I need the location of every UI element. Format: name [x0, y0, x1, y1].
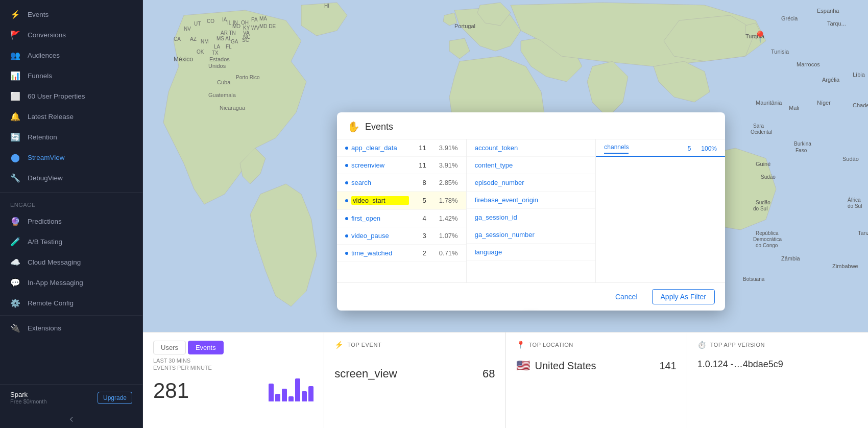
- spark-sub: Free $0/month: [10, 398, 47, 405]
- svg-text:AR TN: AR TN: [221, 30, 236, 36]
- svg-text:Níger: Níger: [817, 100, 831, 106]
- top-location-header: 📍 TOP LOCATION: [516, 341, 677, 349]
- sidebar-item-predictions[interactable]: 🔮 Predictions: [0, 211, 142, 231]
- event-pct: 2.85%: [432, 179, 458, 186]
- event-name: video_start: [351, 196, 409, 205]
- svg-text:África: África: [848, 197, 861, 203]
- sidebar-item-audiences[interactable]: 👥 Audiences: [0, 45, 142, 65]
- upgrade-button[interactable]: Upgrade: [98, 392, 132, 404]
- params-col: account_tokencontent_typeepisode_numberf…: [467, 139, 596, 282]
- modal-title: Events: [365, 122, 393, 132]
- apply-as-filter-button[interactable]: Apply As Filter: [652, 289, 715, 304]
- event-count: 5: [411, 197, 426, 204]
- event-count: 3: [411, 232, 426, 240]
- sidebar-item-label: Funnels: [28, 72, 52, 80]
- svg-text:Sudão: Sudão: [756, 200, 770, 205]
- svg-text:Sudão: Sudão: [842, 156, 859, 162]
- svg-text:Sudão: Sudão: [761, 174, 776, 180]
- sidebar-item-label: 60 User Properties: [28, 92, 85, 100]
- sidebar: ⚡ Events 🚩 Conversions 👥 Audiences 📊 Fun…: [0, 0, 143, 428]
- bar-1: [269, 384, 274, 401]
- sidebar-item-label: In-App Messaging: [28, 279, 83, 287]
- sidebar-item-label: Latest Release: [28, 113, 74, 121]
- sidebar-item-streamview[interactable]: ⬤ StreamView: [0, 147, 142, 168]
- event-row[interactable]: video_start 5 1.78%: [337, 192, 466, 210]
- svg-text:NM: NM: [201, 39, 209, 44]
- bar-chart: [269, 376, 314, 401]
- svg-text:Argélia: Argélia: [822, 77, 840, 83]
- top-event-icon: ⚡: [334, 341, 343, 349]
- svg-text:NV: NV: [184, 26, 191, 32]
- event-row[interactable]: first_open 4 1.42%: [337, 210, 466, 227]
- sidebar-item-in-app-messaging[interactable]: 💬 In-App Messaging: [0, 272, 142, 293]
- sidebar-item-ab-testing[interactable]: 🧪 A/B Testing: [0, 231, 142, 252]
- sidebar-divider: [0, 192, 142, 193]
- sidebar-item-retention[interactable]: 🔄 Retention: [0, 127, 142, 147]
- event-pct: 1.78%: [432, 197, 458, 204]
- param-row[interactable]: content_type: [467, 157, 596, 174]
- svg-text:Faso: Faso: [795, 148, 807, 153]
- sidebar-item-extensions[interactable]: 🔌 Extensions: [0, 318, 142, 338]
- svg-text:LA: LA: [214, 44, 221, 50]
- event-name: app_clear_data: [351, 144, 409, 152]
- top-app-version: 1.0.124 -…4bdae5c9: [697, 359, 858, 370]
- svg-text:Líbia: Líbia: [853, 72, 865, 78]
- svg-text:Zâmbia: Zâmbia: [781, 255, 801, 261]
- sidebar-item-funnels[interactable]: 📊 Funnels: [0, 65, 142, 86]
- modal-icon: ✋: [347, 121, 360, 133]
- event-row[interactable]: video_pause 3 1.07%: [337, 227, 466, 245]
- event-name: video_pause: [351, 232, 409, 240]
- svg-text:do Congo: do Congo: [756, 243, 778, 248]
- sidebar-item-cloud-messaging[interactable]: ☁️ Cloud Messaging: [0, 252, 142, 272]
- svg-text:MS AL: MS AL: [216, 36, 232, 41]
- sidebar-item-remote-config[interactable]: ⚙️ Remote Config: [0, 293, 142, 313]
- top-app-version-section: ⏱️ TOP APP VERSION 1.0.124 -…4bdae5c9: [687, 332, 868, 428]
- remote-config-icon: ⚙️: [10, 298, 20, 308]
- svg-text:Zimbabwe: Zimbabwe: [832, 263, 858, 269]
- event-dot: [345, 217, 348, 220]
- cancel-button[interactable]: Cancel: [609, 290, 644, 304]
- param-row[interactable]: ga_session_id: [467, 209, 596, 226]
- sidebar-item-label: DebugView: [28, 174, 63, 182]
- event-row[interactable]: search 8 2.85%: [337, 174, 466, 192]
- extensions-icon: 🔌: [10, 323, 20, 333]
- last-30-mins-label: LAST 30 MINS: [153, 358, 314, 364]
- sidebar-top: ⚡ Events 🚩 Conversions 👥 Audiences 📊 Fun…: [0, 0, 142, 190]
- event-name: time_watched: [351, 249, 409, 257]
- svg-text:Cuba: Cuba: [217, 79, 231, 85]
- sidebar-item-events[interactable]: ⚡ Events: [0, 4, 142, 25]
- param-row[interactable]: ga_session_number: [467, 226, 596, 244]
- param-row[interactable]: firebase_event_origin: [467, 192, 596, 209]
- sidebar-item-label: Extensions: [28, 324, 61, 332]
- event-row[interactable]: screenview 11 3.91%: [337, 157, 466, 174]
- svg-text:Chade: Chade: [853, 102, 868, 108]
- sidebar-item-user-properties[interactable]: ⬜ 60 User Properties: [0, 86, 142, 106]
- param-row[interactable]: episode_number: [467, 174, 596, 192]
- sidebar-item-latest-release[interactable]: 🔔 Latest Release: [0, 106, 142, 127]
- sidebar-item-conversions[interactable]: 🚩 Conversions: [0, 25, 142, 45]
- svg-text:Estados: Estados: [209, 56, 230, 62]
- events-list-col: app_clear_data 11 3.91% screenview 11 3.…: [337, 139, 467, 282]
- conversions-icon: 🚩: [10, 30, 20, 40]
- bar-4: [288, 396, 294, 401]
- event-row[interactable]: time_watched 2 0.71%: [337, 245, 466, 262]
- bar-3: [282, 389, 287, 401]
- event-row[interactable]: app_clear_data 11 3.91%: [337, 139, 466, 157]
- svg-text:México: México: [174, 56, 193, 63]
- svg-text:HI: HI: [324, 3, 329, 9]
- event-pct: 1.07%: [432, 232, 458, 240]
- modal-footer: Cancel Apply As Filter: [337, 282, 725, 311]
- bar-2: [275, 394, 280, 401]
- sidebar-item-debugview[interactable]: 🔧 DebugView: [0, 168, 142, 188]
- events-tab[interactable]: Events: [188, 341, 224, 354]
- svg-text:GA: GA: [231, 39, 238, 44]
- param-row[interactable]: account_token: [467, 139, 596, 157]
- svg-text:Tunisia: Tunisia: [771, 49, 789, 55]
- collapse-sidebar-button[interactable]: [0, 411, 142, 428]
- top-location-section: 📍 TOP LOCATION 🇺🇸 United States 141: [506, 332, 687, 428]
- users-tab[interactable]: Users: [153, 341, 186, 354]
- event-pct: 3.91%: [432, 161, 458, 169]
- param-row[interactable]: language: [467, 244, 596, 261]
- svg-text:MA: MA: [259, 16, 267, 21]
- svg-text:📍: 📍: [753, 30, 767, 44]
